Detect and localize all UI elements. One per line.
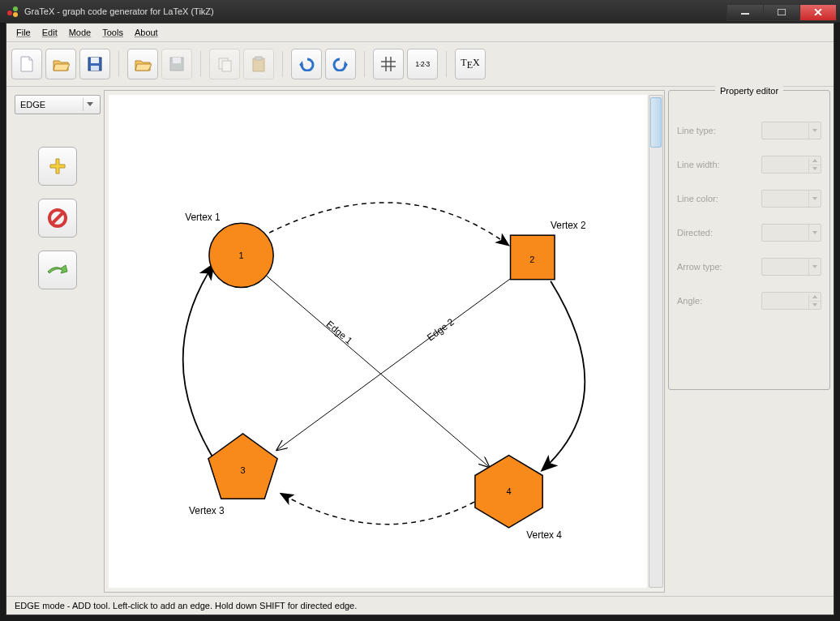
svg-rect-11 bbox=[222, 61, 231, 71]
status-text: EDGE mode - ADD tool. Left-click to add … bbox=[15, 601, 357, 610]
svg-text:2: 2 bbox=[529, 255, 534, 264]
close-button[interactable] bbox=[799, 4, 837, 21]
svg-point-0 bbox=[7, 11, 12, 15]
prop-angle-label: Angle: bbox=[677, 296, 761, 306]
select-tool-button[interactable] bbox=[38, 251, 77, 289]
svg-text:1: 1 bbox=[238, 251, 243, 260]
vertex-4[interactable]: 4 Vertex 4 bbox=[475, 456, 562, 541]
svg-line-15 bbox=[52, 212, 63, 224]
svg-text:Edge 2: Edge 2 bbox=[425, 316, 456, 343]
app-icon bbox=[6, 5, 19, 18]
svg-text:4: 4 bbox=[507, 486, 512, 496]
prop-directed-label: Directed: bbox=[677, 228, 761, 238]
title-bar[interactable]: GraTeX - graph code generator for LaTeX … bbox=[0, 0, 840, 24]
mode-select-value: EDGE bbox=[20, 100, 45, 109]
chevron-down-icon bbox=[83, 98, 96, 111]
prop-line-type[interactable] bbox=[761, 122, 821, 139]
menu-mode[interactable]: Mode bbox=[64, 26, 96, 39]
add-tool-button[interactable] bbox=[38, 147, 77, 186]
svg-point-1 bbox=[13, 6, 18, 11]
vertex-2[interactable]: 2 Vertex 2 bbox=[511, 220, 586, 279]
menu-bar: File Edit Mode Tools About bbox=[6, 24, 834, 42]
svg-line-16 bbox=[261, 272, 488, 467]
svg-point-2 bbox=[13, 12, 18, 17]
tex-export-button[interactable]: TEX bbox=[455, 49, 486, 79]
maximize-button[interactable] bbox=[763, 4, 800, 21]
property-panel-title: Property editor bbox=[715, 86, 783, 96]
minimize-button[interactable] bbox=[726, 4, 764, 21]
svg-rect-9 bbox=[173, 58, 181, 63]
prop-line-width[interactable] bbox=[761, 156, 821, 173]
vertical-scrollbar[interactable] bbox=[649, 95, 663, 588]
prop-angle[interactable] bbox=[761, 292, 821, 310]
new-button[interactable] bbox=[11, 49, 42, 79]
svg-rect-4 bbox=[778, 9, 786, 15]
vertex-3[interactable]: 3 Vertex 3 bbox=[189, 434, 277, 516]
prop-line-color-label: Line color: bbox=[677, 194, 761, 203]
svg-text:Vertex 2: Vertex 2 bbox=[551, 220, 586, 231]
menu-file[interactable]: File bbox=[11, 26, 36, 39]
app-window: GraTeX - graph code generator for LaTeX … bbox=[0, 0, 840, 621]
prop-arrow-type[interactable] bbox=[761, 258, 821, 276]
svg-rect-7 bbox=[91, 66, 99, 71]
remove-tool-button[interactable] bbox=[38, 199, 77, 238]
undo-button[interactable] bbox=[291, 49, 322, 79]
status-bar: EDGE mode - ADD tool. Left-click to add … bbox=[6, 596, 834, 615]
toolbar: 1·2·3 TEX bbox=[6, 42, 834, 87]
numbering-button[interactable]: 1·2·3 bbox=[407, 49, 438, 79]
save-tpl-button bbox=[161, 49, 192, 79]
paste-button bbox=[243, 49, 274, 79]
svg-line-17 bbox=[277, 279, 510, 450]
save-button[interactable] bbox=[79, 49, 110, 79]
redo-button[interactable] bbox=[325, 49, 356, 79]
svg-text:Vertex 1: Vertex 1 bbox=[185, 212, 221, 223]
prop-line-color[interactable] bbox=[761, 190, 821, 208]
open-tpl-button[interactable] bbox=[127, 49, 158, 79]
svg-rect-3 bbox=[741, 13, 749, 15]
property-panel: Property editor Line type: Line width: L… bbox=[668, 90, 830, 593]
svg-text:Edge 1: Edge 1 bbox=[324, 319, 355, 347]
prop-arrow-type-label: Arrow type: bbox=[677, 262, 761, 272]
svg-rect-13 bbox=[255, 57, 262, 60]
svg-text:3: 3 bbox=[240, 465, 245, 475]
menu-about[interactable]: About bbox=[130, 26, 163, 39]
open-button[interactable] bbox=[45, 49, 76, 79]
graph-canvas[interactable]: Edge 1 Edge 2 1 Vertex 1 2 Vertex 2 bbox=[109, 95, 647, 588]
canvas-container: Edge 1 Edge 2 1 Vertex 1 2 Vertex 2 bbox=[104, 90, 665, 593]
vertex-1[interactable]: 1 Vertex 1 bbox=[185, 212, 273, 287]
client-area: File Edit Mode Tools About 1·2·3 TEX bbox=[6, 23, 834, 615]
menu-tools[interactable]: Tools bbox=[97, 26, 128, 39]
prop-directed[interactable] bbox=[761, 224, 821, 242]
mode-select[interactable]: EDGE bbox=[15, 95, 101, 114]
grid-button[interactable] bbox=[373, 49, 404, 79]
copy-button bbox=[209, 49, 240, 79]
left-sidebar: EDGE bbox=[6, 87, 104, 596]
prop-line-type-label: Line type: bbox=[677, 126, 761, 135]
window-controls bbox=[727, 4, 837, 19]
work-area: EDGE bbox=[6, 87, 834, 596]
window-title: GraTeX - graph code generator for LaTeX … bbox=[24, 6, 214, 16]
scrollbar-thumb[interactable] bbox=[650, 97, 662, 148]
svg-rect-6 bbox=[91, 58, 99, 63]
prop-line-width-label: Line width: bbox=[677, 160, 761, 169]
menu-edit[interactable]: Edit bbox=[37, 26, 62, 39]
svg-text:Vertex 3: Vertex 3 bbox=[189, 505, 225, 516]
svg-text:Vertex 4: Vertex 4 bbox=[526, 529, 562, 541]
